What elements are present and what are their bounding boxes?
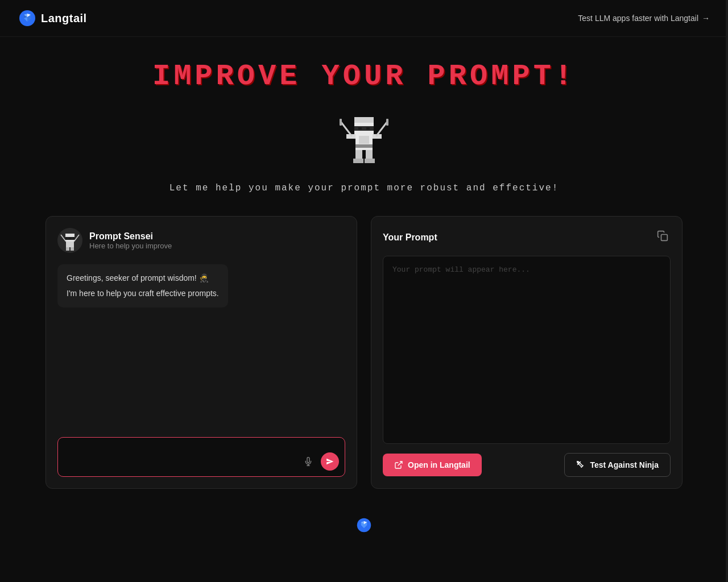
mic-icon <box>304 457 313 466</box>
svg-rect-24 <box>66 242 74 247</box>
avatar <box>57 228 82 253</box>
svg-rect-5 <box>366 127 370 130</box>
header: Langtail Test LLM apps faster with Langt… <box>0 0 728 37</box>
panels-container: Prompt Sensei Here to help you improve G… <box>46 216 682 489</box>
prompt-textarea[interactable] <box>383 256 671 444</box>
ninja-icon <box>338 110 390 167</box>
svg-rect-23 <box>71 238 73 239</box>
svg-rect-9 <box>353 159 363 163</box>
prompt-panel-title: Your Prompt <box>383 232 437 243</box>
prompt-panel: Your Prompt Open <box>371 216 682 489</box>
message-text-2: I'm here to help you craft effective pro… <box>67 288 219 300</box>
logo-text: Langtail <box>41 12 87 25</box>
hero-subtitle: Let me help you make your prompt more ro… <box>169 183 559 193</box>
prompt-actions: Open in Langtail Test Against Ninja <box>383 453 671 477</box>
svg-rect-18 <box>359 136 369 144</box>
chat-panel: Prompt Sensei Here to help you improve G… <box>46 216 357 489</box>
prompt-header: Your Prompt <box>383 228 671 247</box>
message-bubble: Greetings, seeker of prompt wisdom! 🥷 I'… <box>57 264 228 307</box>
open-langtail-label: Open in Langtail <box>408 460 470 469</box>
test-ninja-label: Test Against Ninja <box>590 460 659 469</box>
chat-header: Prompt Sensei Here to help you improve <box>57 228 345 253</box>
page-title: IMPROVE YOUR PROMPT! <box>152 60 576 93</box>
langtail-logo-icon <box>18 9 36 27</box>
svg-rect-26 <box>71 247 74 251</box>
scroll-indicator <box>726 0 728 582</box>
svg-rect-14 <box>340 119 342 126</box>
send-icon <box>326 458 334 465</box>
svg-rect-16 <box>386 119 388 126</box>
agent-subtitle: Here to help you improve <box>89 242 172 250</box>
message-text-1: Greetings, seeker of prompt wisdom! 🥷 <box>67 272 219 284</box>
svg-rect-10 <box>365 159 375 163</box>
open-langtail-button[interactable]: Open in Langtail <box>383 454 482 476</box>
test-ninja-button[interactable]: Test Against Ninja <box>564 453 671 477</box>
svg-rect-6 <box>354 117 374 123</box>
copy-icon <box>657 230 668 242</box>
main-content: IMPROVE YOUR PROMPT! <box>0 37 728 562</box>
chat-input[interactable] <box>66 444 299 467</box>
chat-input-area <box>57 437 345 477</box>
svg-line-32 <box>398 462 402 465</box>
svg-rect-25 <box>66 247 69 251</box>
agent-name: Prompt Sensei <box>89 231 172 242</box>
nav-link[interactable]: Test LLM apps faster with Langtail → <box>578 14 710 23</box>
footer-logo <box>356 517 372 533</box>
chat-messages: Greetings, seeker of prompt wisdom! 🥷 I'… <box>57 264 345 426</box>
ninja-mascot <box>338 110 390 169</box>
nav-arrow-icon: → <box>702 14 710 23</box>
logo: Langtail <box>18 9 87 27</box>
external-link-icon <box>394 460 403 469</box>
svg-rect-22 <box>67 238 69 239</box>
svg-rect-3 <box>354 126 374 131</box>
chat-input-buttons <box>299 452 339 471</box>
svg-rect-17 <box>355 144 373 148</box>
footer <box>322 500 406 550</box>
mic-button[interactable] <box>299 452 317 471</box>
chat-header-info: Prompt Sensei Here to help you improve <box>89 231 172 250</box>
footer-logo-icon <box>356 517 372 533</box>
send-button[interactable] <box>321 452 339 471</box>
svg-rect-31 <box>661 235 668 241</box>
svg-rect-4 <box>358 127 362 130</box>
sword-icon <box>576 460 585 469</box>
nav-link-text: Test LLM apps faster with Langtail <box>578 14 698 23</box>
copy-button[interactable] <box>655 228 671 247</box>
